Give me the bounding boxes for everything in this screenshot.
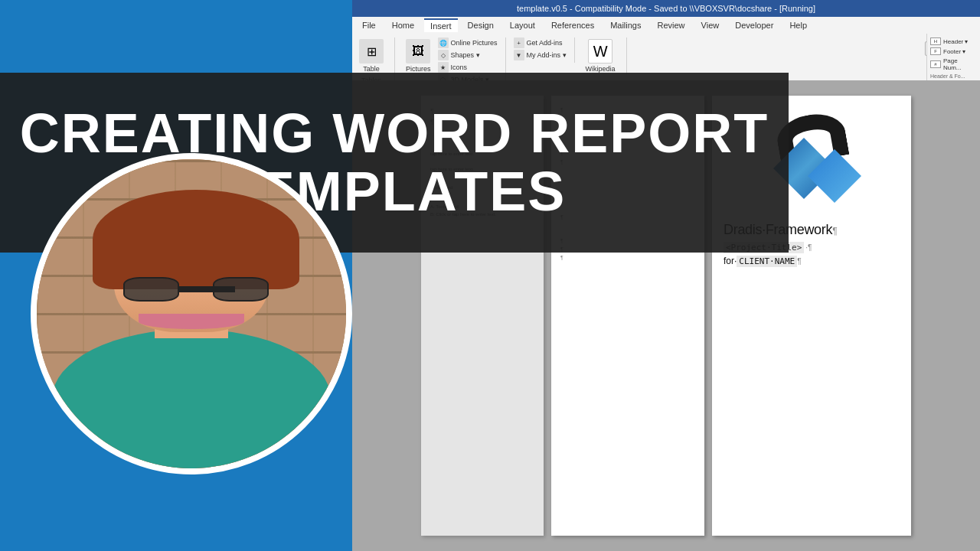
page-number-button[interactable]: # Page Num...	[930, 57, 977, 71]
header-label: Header ▾	[943, 38, 968, 45]
wikipedia-label: Wikipedia	[586, 65, 616, 73]
presenter-photo	[37, 159, 346, 468]
table-icon: ⊞	[359, 39, 384, 64]
dradis-project-pilcrow: ·¶	[805, 243, 812, 252]
wikipedia-icon: W	[588, 39, 612, 64]
ribbon-group-media: W Wikipedia	[583, 37, 627, 74]
avatar-circle	[31, 153, 352, 474]
page-number-label: Page Num...	[943, 57, 977, 71]
header-icon: H	[930, 37, 941, 45]
dradis-client-pilcrow: ¶	[797, 257, 801, 266]
dradis-client-line: for·CLIENT·NAME¶	[724, 256, 900, 266]
tab-mailings[interactable]: Mailings	[604, 19, 647, 31]
table-label: Table	[363, 65, 380, 73]
my-addins-icon: ▼	[514, 50, 524, 60]
dradis-title-pilcrow: ¶	[832, 226, 837, 236]
tab-references[interactable]: References	[545, 19, 600, 31]
shapes-label: Shapes ▾	[451, 51, 480, 59]
ribbon-tabs[interactable]: File Home Insert Design Layout Reference…	[352, 17, 980, 34]
tab-insert[interactable]: Insert	[424, 18, 458, 32]
footer-button[interactable]: F Footer ▾	[930, 47, 977, 55]
footer-icon: F	[930, 47, 941, 55]
hf-label: Header & Fo...	[930, 73, 965, 79]
shapes-button[interactable]: ◇ Shapes ▾	[438, 50, 498, 60]
online-pictures-label: Online Pictures	[451, 39, 498, 47]
page-number-icon: #	[930, 60, 941, 68]
person-smile	[139, 314, 243, 329]
table-button[interactable]: ⊞ Table	[356, 37, 387, 74]
header-footer-group-label: Header & Fo...	[930, 73, 977, 79]
ribbon-group-addins: + Get Add-ins ▼ My Add-ins ▾	[514, 37, 575, 63]
icons-icon: ★	[438, 62, 449, 73]
tab-view[interactable]: View	[695, 19, 726, 31]
title-bar-text: template.v0.5 - Compatibility Mode - Sav…	[517, 4, 815, 13]
tab-review[interactable]: Review	[652, 19, 691, 31]
glasses-bridge	[179, 286, 235, 292]
online-pictures-icon: 🌐	[438, 37, 449, 48]
pilcrow-p2-9: ¶	[560, 255, 564, 260]
dradis-client-name: CLIENT·NAME	[737, 256, 797, 267]
shapes-icon: ◇	[438, 50, 449, 60]
pictures-icon: 🖼	[406, 39, 430, 64]
pictures-label: Pictures	[406, 65, 431, 73]
wikipedia-button[interactable]: W Wikipedia	[583, 37, 619, 74]
person-hair-shape	[93, 190, 300, 289]
person-body-shape	[52, 329, 331, 468]
icons-button[interactable]: ★ Icons	[438, 62, 498, 73]
my-addins-button[interactable]: ▼ My Add-ins ▾	[514, 50, 567, 60]
tab-file[interactable]: File	[356, 19, 382, 31]
get-addins-button[interactable]: + Get Add-ins	[514, 37, 567, 48]
get-addins-icon: +	[514, 37, 524, 48]
pictures-button[interactable]: 🖼 Pictures	[403, 37, 434, 74]
tab-home[interactable]: Home	[386, 19, 420, 31]
tab-help[interactable]: Help	[783, 19, 813, 31]
dradis-for-text: for·	[724, 256, 737, 266]
ribbon-title-bar: template.v0.5 - Compatibility Mode - Sav…	[352, 0, 980, 17]
header-footer-panel: H Header ▾ F Footer ▾ # Page Num... Head…	[926, 34, 980, 83]
avatar-container	[31, 153, 352, 474]
my-addins-label: My Add-ins ▾	[527, 51, 567, 59]
glasses-left	[123, 277, 179, 302]
tab-developer[interactable]: Developer	[729, 19, 779, 31]
tab-design[interactable]: Design	[462, 19, 500, 31]
header-button[interactable]: H Header ▾	[930, 37, 977, 45]
get-addins-label: Get Add-ins	[527, 39, 563, 47]
tab-layout[interactable]: Layout	[504, 19, 541, 31]
footer-label: Footer ▾	[943, 48, 965, 55]
online-pictures-button[interactable]: 🌐 Online Pictures	[438, 37, 498, 48]
icons-label: Icons	[451, 64, 468, 71]
addin-items: + Get Add-ins ▼ My Add-ins ▾	[514, 37, 567, 60]
